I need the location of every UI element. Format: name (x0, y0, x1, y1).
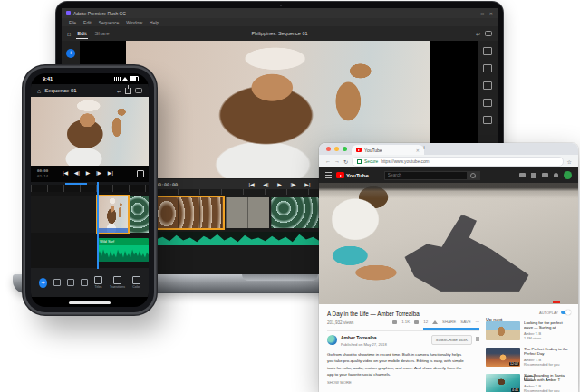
account-avatar[interactable] (564, 171, 572, 179)
phone-audio-clip[interactable]: Wild Surf (98, 238, 149, 262)
messages-icon[interactable] (542, 173, 548, 177)
channel-avatar[interactable] (327, 335, 337, 345)
autoplay-toggle[interactable] (561, 311, 570, 314)
youtube-logo[interactable]: YouTube (336, 172, 369, 178)
duration-badge: 4:41 (511, 388, 519, 392)
go-to-end-button[interactable]: ▶| (108, 170, 113, 176)
video-thumbnail[interactable] (486, 321, 520, 340)
save-button[interactable]: SAVE (460, 320, 470, 324)
up-next-item[interactable]: Looking for the perfect wave — Surfing a… (486, 320, 572, 346)
up-next-item[interactable]: 12:02 The Perfect Ending to the Perfect … (486, 347, 572, 372)
phone-scrub-bar[interactable] (31, 182, 149, 185)
more-actions-icon[interactable]: ⋯ (476, 320, 479, 324)
mixer-icon[interactable] (81, 279, 88, 286)
browser-tab[interactable]: YouTube ✕ (352, 145, 424, 155)
graphics-panel-icon[interactable] (483, 47, 492, 55)
up-next-item[interactable]: 4:41 Skim Boarding in Santa Monica with … (486, 373, 572, 392)
menu-file[interactable]: File (69, 20, 76, 25)
close-button[interactable]: ✕ (489, 11, 493, 16)
feedback-bubble-icon[interactable] (135, 88, 142, 94)
menu-window[interactable]: Window (126, 20, 142, 25)
search-icon (470, 173, 476, 178)
phone-clip[interactable] (130, 196, 149, 233)
transitions-panel-icon[interactable] (483, 64, 492, 72)
home-icon[interactable]: ⌂ (37, 88, 41, 94)
feedback-bubble-icon[interactable] (485, 31, 492, 37)
menu-help[interactable]: Help (150, 20, 159, 25)
apps-grid-icon[interactable] (531, 173, 536, 178)
browser-window: YouTube ✕ + ← → ↻ Secure https://www.you… (319, 143, 578, 392)
notifications-bell-icon[interactable] (554, 173, 558, 177)
titles-tool[interactable]: Titles (94, 276, 102, 290)
phone-clip-selected[interactable] (98, 196, 128, 233)
tracks-icon[interactable] (67, 279, 74, 286)
app-title: Adobe Premiere Rush CC (73, 11, 126, 16)
like-icon[interactable] (392, 320, 397, 324)
phone-timeline-ruler[interactable] (31, 185, 149, 192)
guide-menu-icon[interactable] (325, 172, 332, 178)
playhead[interactable] (155, 189, 157, 276)
new-tab-button[interactable]: + (422, 145, 426, 151)
minimize-button[interactable]: — (471, 11, 476, 16)
play-button[interactable]: ▶ (277, 182, 282, 187)
add-media-button[interactable]: + (39, 278, 47, 288)
bookmark-star-icon[interactable]: ☆ (567, 158, 572, 165)
add-media-button[interactable]: + (66, 49, 75, 58)
forward-button[interactable]: → (334, 158, 340, 164)
color-tool[interactable]: Color (132, 276, 140, 290)
tab-close-icon[interactable]: ✕ (416, 148, 420, 153)
browser-tab-strip: YouTube ✕ + (319, 143, 578, 155)
step-forward-button[interactable]: |▶ (96, 170, 102, 176)
go-to-end-button[interactable]: ▶| (304, 182, 310, 187)
up-next-column: Up next AUTOPLAY Looking for the perfect… (486, 304, 572, 392)
dislike-count[interactable]: 12 (423, 320, 428, 324)
reload-button[interactable]: ↻ (343, 158, 348, 165)
audio-panel-icon[interactable] (483, 99, 492, 107)
share-icon[interactable] (432, 320, 438, 324)
go-to-start-button[interactable]: |◀ (63, 170, 68, 176)
home-indicator[interactable] (69, 301, 111, 304)
close-window-button[interactable] (326, 147, 331, 151)
color-panel-icon[interactable] (483, 81, 492, 90)
tab-share[interactable]: Share (95, 31, 110, 36)
minimize-window-button[interactable] (334, 147, 339, 151)
video-thumbnail[interactable]: 12:02 (486, 348, 520, 367)
notification-flag-icon[interactable] (476, 337, 479, 341)
speed-panel-icon[interactable] (483, 116, 492, 124)
go-to-start-button[interactable]: |◀ (248, 182, 254, 187)
show-more-button[interactable]: SHOW MORE (327, 380, 479, 385)
subscribe-button[interactable]: SUBSCRIBE 463K (431, 335, 472, 345)
media-icon[interactable] (53, 279, 61, 286)
like-count[interactable]: 1.1K (401, 320, 410, 324)
undo-icon[interactable]: ↩ (476, 31, 480, 37)
search-input[interactable] (384, 171, 467, 180)
zoom-window-button[interactable] (343, 147, 347, 151)
tab-edit[interactable]: Edit (76, 29, 87, 39)
step-back-button[interactable]: ◀| (74, 170, 80, 176)
dislike-icon[interactable] (414, 320, 419, 324)
home-icon[interactable]: ⌂ (67, 31, 71, 37)
channel-name[interactable]: Amber Torrealba (341, 335, 377, 340)
timeline-clip-selected[interactable] (156, 197, 223, 228)
undo-icon[interactable]: ↩ (117, 88, 121, 94)
maximize-button[interactable]: □ (481, 11, 484, 16)
step-back-button[interactable]: ◀| (263, 182, 268, 187)
transitions-tool[interactable]: Transitions (110, 276, 125, 290)
playhead[interactable] (97, 182, 99, 269)
titles-icon (94, 276, 102, 284)
share-icon[interactable] (125, 88, 131, 94)
play-button[interactable]: ▶ (86, 170, 91, 176)
upload-video-icon[interactable] (519, 173, 526, 177)
share-button[interactable]: SHARE (442, 320, 456, 324)
back-button[interactable]: ← (325, 158, 331, 164)
url-field[interactable]: Secure https://www.youtube.com (352, 157, 564, 167)
phone-preview-video[interactable] (31, 97, 149, 166)
fullscreen-icon[interactable] (137, 170, 144, 177)
menu-edit[interactable]: Edit (83, 20, 92, 25)
search-button[interactable] (467, 171, 480, 180)
youtube-video-player[interactable] (319, 183, 578, 304)
timeline-clip[interactable] (226, 197, 269, 228)
menu-sequence[interactable]: Sequence (99, 20, 120, 25)
video-thumbnail[interactable]: 4:41 (486, 374, 520, 392)
step-forward-button[interactable]: |▶ (290, 182, 295, 187)
